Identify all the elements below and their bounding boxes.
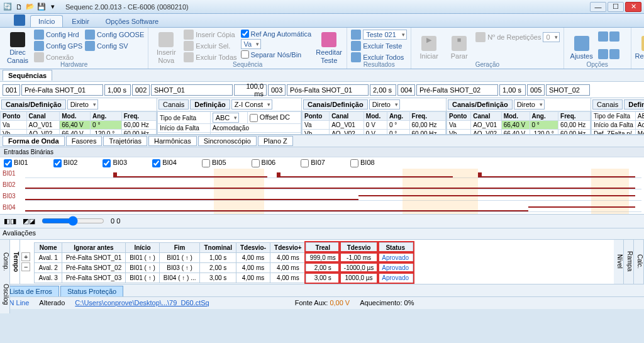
fasores-tab[interactable]: Fasores	[66, 136, 103, 146]
minimize-button[interactable]: —	[590, 2, 606, 12]
chevron-down-icon[interactable]: ▾	[48, 2, 58, 12]
canais-tab-2[interactable]: Canais	[158, 99, 189, 110]
zoom-icon-2[interactable]: ◩◪	[23, 217, 35, 225]
canais-definicao-tab-3[interactable]: Canais/Definição	[303, 99, 368, 110]
seq-name-4[interactable]: Pré-Falta SHOT_02	[416, 84, 498, 96]
seq-num-4[interactable]: 004	[397, 84, 415, 96]
trajetorias-tab[interactable]: Trajetórias	[103, 136, 147, 146]
table-row[interactable]: VbAO_V020 V0 °60,00 Hz	[303, 130, 446, 135]
file-menu-button[interactable]	[14, 14, 25, 26]
zoom-slider[interactable]	[42, 216, 104, 226]
tab-opcoes-software[interactable]: Opções Software	[98, 16, 166, 27]
seq-dur-1[interactable]: 1,00 s	[104, 84, 131, 96]
bi05-checkbox[interactable]: BI05	[202, 159, 226, 167]
teste-dropdown[interactable]: Teste 021	[363, 30, 407, 40]
table-row[interactable]: Tipo de FaltaABC Offset DC	[158, 112, 301, 124]
seq-name-3[interactable]: Pós-Falta SHOT_01	[287, 84, 369, 96]
side-tab-calc[interactable]: Calc.	[634, 240, 644, 284]
sequencias-tab[interactable]: Sequências	[3, 70, 52, 81]
ribbon-group-resultados: Teste 021 Excluir Teste Excluir Todos Re…	[347, 28, 411, 69]
table-row[interactable]: Aval. 2Pré-Falta SHOT_02BI01 ( ↑ )BI03 (…	[35, 262, 413, 273]
relatorio-button[interactable]: Relatório	[635, 29, 644, 67]
config-sv-button[interactable]: Config SV	[85, 40, 144, 52]
definicao-tab-2[interactable]: Definição	[190, 99, 230, 110]
direto-dropdown-4[interactable]: Direto	[514, 99, 545, 110]
seq-dur-3[interactable]: 2,00 s	[370, 84, 396, 96]
side-tab-rampa[interactable]: Rampa	[624, 240, 634, 284]
side-tab-tempo[interactable]: Tempo	[10, 240, 20, 284]
opt-icon-4[interactable]	[609, 49, 619, 59]
seq-num-5[interactable]: 005	[527, 84, 545, 96]
config-goose-button[interactable]: Config GOOSE	[85, 29, 144, 40]
opt-icon-2[interactable]	[609, 31, 619, 42]
remove-row-button[interactable]: −	[21, 262, 30, 271]
opt-icon-1[interactable]	[598, 31, 608, 42]
planoz-tab[interactable]: Plano Z	[258, 136, 293, 146]
status-protecao-tab[interactable]: Status Proteção	[60, 286, 123, 296]
zi-dropdown[interactable]: Z-I Const	[231, 99, 272, 110]
table-row[interactable]: Aval. 1Pré-Falta SHOT_01BI01 ( ↑ )BI01 (…	[35, 252, 413, 262]
harmonicas-tab[interactable]: Harmônicas	[148, 136, 197, 146]
seq-dur-2[interactable]: 100,0 ms	[234, 84, 267, 96]
table-row[interactable]: VaAO_V010 V0 °60,00 Hz	[303, 121, 446, 130]
bi08-checkbox[interactable]: BI08	[350, 159, 375, 167]
canais-definicao-tab[interactable]: Canais/Definição	[1, 99, 66, 110]
zoom-icon[interactable]: ◧◨	[4, 217, 16, 225]
avaliacoes-area: Comp. Tempo + − NomeIgnorar antesInícioF…	[0, 240, 644, 284]
bi06-checkbox[interactable]: BI06	[252, 159, 276, 167]
table-row[interactable]: VaAO_V0166,40 V0 °60,00 Hz	[447, 121, 591, 130]
save-icon[interactable]: 💾	[36, 2, 47, 12]
bi07-checkbox[interactable]: BI07	[301, 159, 325, 167]
open-icon[interactable]: 📂	[25, 2, 35, 12]
canais-block-1: Canais/DefiniçãoDireto PontoCanalMod.Ang…	[0, 98, 157, 134]
seq-dur-4[interactable]: 1,00 s	[499, 84, 526, 96]
inserir-copia-button[interactable]: Inserir Cópia	[184, 29, 236, 40]
config-gps-button[interactable]: Config GPS	[34, 40, 82, 52]
ref-ang-checkbox[interactable]: Ref Ang Automática	[241, 29, 312, 38]
table-row[interactable]: Tipo de FaltaABC	[592, 112, 645, 121]
tab-inicio[interactable]: Início	[30, 15, 63, 27]
nrep-spinner[interactable]: 0	[543, 32, 559, 42]
bi04-checkbox[interactable]: BI04	[152, 159, 177, 167]
seq-name-2[interactable]: SHOT_01	[151, 84, 233, 96]
table-row[interactable]: Def. ZFalta p/Mod; Ang	[592, 130, 645, 135]
side-tab-oscilog[interactable]: Oscilog	[0, 276, 10, 313]
tab-exibir[interactable]: Exibir	[64, 16, 97, 27]
seq-num-3[interactable]: 003	[268, 84, 286, 96]
new-icon[interactable]: 🗋	[14, 2, 24, 12]
bi02-checkbox[interactable]: BI02	[53, 159, 78, 167]
sincronoscopio-tab[interactable]: Sincronoscópio	[198, 136, 257, 146]
maximize-button[interactable]: ☐	[608, 2, 624, 12]
sequence-row: 001 Pré-Falta SHOT_01 1,00 s 002 SHOT_01…	[0, 82, 644, 98]
bi03-checkbox[interactable]: BI03	[103, 159, 127, 167]
excluir-sel-button[interactable]: Excluir Sel.	[184, 40, 236, 52]
config-hrd-button[interactable]: Config Hrd	[34, 29, 82, 40]
direto-dropdown-1[interactable]: Direto	[67, 99, 98, 110]
va-dropdown[interactable]: Va	[241, 39, 262, 49]
table-row[interactable]: Início da FaltaAcomodação	[158, 124, 301, 133]
seq-name-5[interactable]: SHOT_02	[546, 84, 590, 96]
add-row-button[interactable]: +	[21, 252, 30, 261]
table-row[interactable]: VaAO_V0166,40 V0 °60,00 Hz	[1, 121, 157, 130]
table-row[interactable]: Início da FaltaAcomodação	[592, 121, 645, 130]
forma-onda-tab[interactable]: Forma de Onda	[3, 136, 65, 146]
seq-num-1[interactable]: 001	[3, 84, 20, 96]
seq-num-2[interactable]: 002	[132, 84, 150, 96]
lista-erros-tab[interactable]: Lista de Erros	[3, 286, 59, 296]
excluir-teste-button[interactable]: Excluir Teste	[351, 40, 407, 52]
bi01-checkbox[interactable]: BI01	[4, 159, 28, 167]
canais-definicao-tab-4[interactable]: Canais/Definição	[448, 99, 513, 110]
canais-block-5: CanaisDefinição Tipo de FaltaABCInício d…	[591, 98, 644, 134]
table-row[interactable]: Aval. 3Pré-Falta SHOT_03BI01 ( ↑ )BI04 (…	[35, 273, 413, 283]
close-button[interactable]: ✕	[625, 2, 641, 12]
seq-name-1[interactable]: Pré-Falta SHOT_01	[21, 84, 103, 96]
waveform-area[interactable]: BI01 BI02 BI03 BI04	[0, 169, 644, 214]
opt-icon-3[interactable]	[598, 49, 608, 59]
table-row[interactable]: VbAO_V0266,40 V-120,0 °60,00 Hz	[447, 130, 591, 135]
table-row[interactable]: VbAO_V0266,40 V-120,0 °60,00 Hz	[1, 130, 157, 135]
direto-dropdown-3[interactable]: Direto	[369, 99, 400, 110]
file-path-link[interactable]: C:\Users\conprove\Desktop\...\79_D60.ctS…	[75, 299, 209, 306]
canais-table-3: PontoCanalMod.Ang.Freq. VaAO_V010 V0 °60…	[302, 111, 446, 135]
side-tab-nivel[interactable]: Nível	[614, 240, 624, 284]
separar-nos-checkbox[interactable]: Separar Nós/Bin	[241, 50, 312, 59]
